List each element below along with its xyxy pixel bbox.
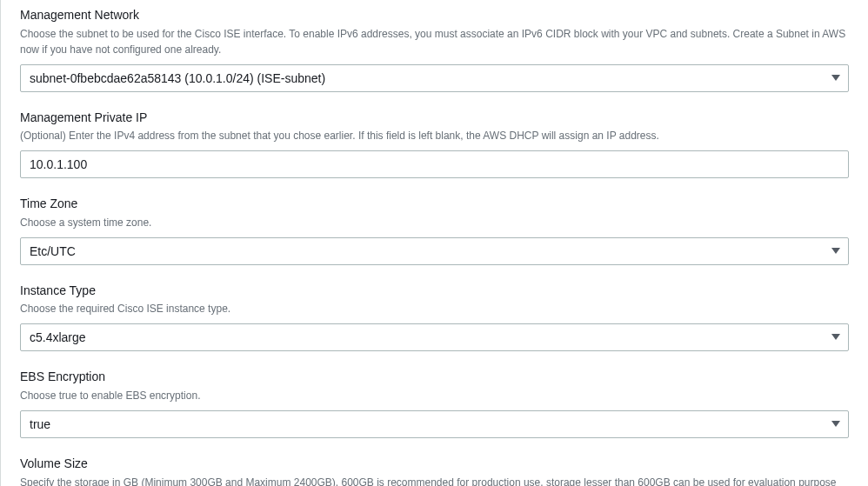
- time-zone-description: Choose a system time zone.: [20, 215, 849, 230]
- management-private-ip-input[interactable]: [20, 150, 849, 178]
- instance-type-label: Instance Type: [20, 283, 849, 300]
- instance-type-description: Choose the required Cisco ISE instance t…: [20, 301, 849, 316]
- volume-size-description: Specify the storage in GB (Minimum 300GB…: [20, 475, 849, 486]
- ebs-encryption-description: Choose true to enable EBS encryption.: [20, 388, 849, 403]
- time-zone-select[interactable]: Etc/UTC: [20, 237, 849, 265]
- management-network-field: Management Network Choose the subnet to …: [20, 7, 849, 92]
- management-network-label: Management Network: [20, 7, 849, 24]
- management-network-select[interactable]: subnet-0fbebcdae62a58143 (10.0.1.0/24) (…: [20, 64, 849, 92]
- ebs-encryption-label: EBS Encryption: [20, 369, 849, 386]
- volume-size-field: Volume Size Specify the storage in GB (M…: [20, 456, 849, 486]
- instance-type-field: Instance Type Choose the required Cisco …: [20, 283, 849, 352]
- management-private-ip-description: (Optional) Enter the IPv4 address from t…: [20, 128, 849, 143]
- ebs-encryption-select[interactable]: true: [20, 410, 849, 438]
- time-zone-field: Time Zone Choose a system time zone. Etc…: [20, 196, 849, 265]
- instance-type-select[interactable]: c5.4xlarge: [20, 323, 849, 351]
- ebs-encryption-field: EBS Encryption Choose true to enable EBS…: [20, 369, 849, 438]
- management-private-ip-label: Management Private IP: [20, 110, 849, 127]
- instance-type-select-wrapper: c5.4xlarge: [20, 323, 849, 351]
- time-zone-select-wrapper: Etc/UTC: [20, 237, 849, 265]
- time-zone-label: Time Zone: [20, 196, 849, 213]
- volume-size-label: Volume Size: [20, 456, 849, 473]
- management-private-ip-field: Management Private IP (Optional) Enter t…: [20, 110, 849, 179]
- management-network-description: Choose the subnet to be used for the Cis…: [20, 26, 849, 57]
- ebs-encryption-select-wrapper: true: [20, 410, 849, 438]
- management-network-select-wrapper: subnet-0fbebcdae62a58143 (10.0.1.0/24) (…: [20, 64, 849, 92]
